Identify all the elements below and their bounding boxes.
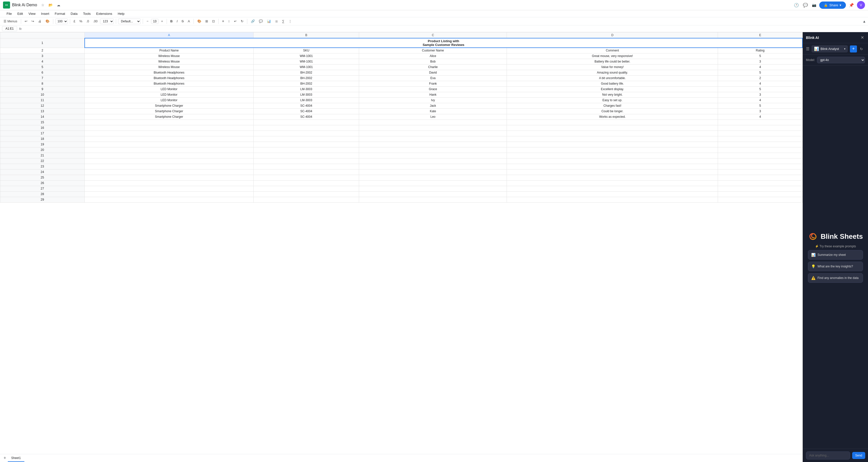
cell-empty[interactable] [718, 120, 802, 125]
cell-sku[interactable]: WM-1001 [254, 64, 359, 70]
cell-empty[interactable] [254, 120, 359, 125]
cloud-save-icon[interactable]: ☁ [56, 2, 61, 8]
cell-empty[interactable] [254, 175, 359, 180]
cell-empty[interactable] [359, 120, 507, 125]
cell-customer[interactable]: Bob [359, 59, 507, 64]
cell-empty[interactable] [507, 153, 718, 158]
bold-btn[interactable]: B [169, 18, 174, 24]
cell-empty[interactable] [85, 120, 254, 125]
history-icon[interactable]: 🕐 [793, 2, 800, 8]
cell-customer[interactable]: Eva [359, 75, 507, 81]
cell-empty[interactable] [254, 142, 359, 147]
cell-comment[interactable]: Great mouse, very responsive! [507, 53, 718, 59]
cell-empty[interactable] [254, 186, 359, 191]
cell-sku[interactable]: BH-2002 [254, 70, 359, 75]
cell-empty[interactable] [718, 180, 802, 186]
cell-empty[interactable] [507, 120, 718, 125]
menu-tools[interactable]: Tools [81, 11, 93, 16]
cell-comment[interactable]: Works as expected. [507, 114, 718, 120]
cell-empty[interactable] [718, 142, 802, 147]
cell-empty[interactable] [85, 158, 254, 164]
spreadsheet-container[interactable]: A B C D E 1 Product Listing with Sample … [0, 32, 803, 454]
cell-empty[interactable] [359, 186, 507, 191]
comment-icon[interactable]: 💬 [802, 2, 809, 8]
cell-empty[interactable] [85, 197, 254, 202]
cell-rating[interactable]: 4 [718, 64, 802, 70]
cell-rating[interactable]: 5 [718, 103, 802, 108]
cell-empty[interactable] [359, 142, 507, 147]
text-color-btn[interactable]: A [186, 18, 191, 24]
align-btn[interactable]: ≡ [221, 18, 226, 24]
cell-product[interactable]: Bluetooth Headphones [85, 75, 254, 81]
cell-empty[interactable] [254, 147, 359, 153]
cell-product[interactable]: Smartphone Charger [85, 103, 254, 108]
cell-customer[interactable]: Alice [359, 53, 507, 59]
cell-rating[interactable]: 3 [718, 108, 802, 114]
cell-comment[interactable]: Easy to set up. [507, 97, 718, 103]
header-sku[interactable]: SKU [254, 48, 359, 53]
cell-product[interactable]: Wireless Mouse [85, 59, 254, 64]
header-customer[interactable]: Customer Name [359, 48, 507, 53]
prompt-btn-insights[interactable]: 💡 What are the key insights? [808, 262, 863, 271]
cell-empty[interactable] [507, 147, 718, 153]
cell-empty[interactable] [85, 125, 254, 131]
menu-view[interactable]: View [26, 11, 38, 16]
model-select[interactable]: gpt-4o gpt-3.5-turbo claude-3 [817, 57, 865, 63]
decimal-increase-btn[interactable]: .00 [91, 18, 99, 24]
cell-empty[interactable] [85, 142, 254, 147]
cell-comment[interactable]: Amazing sound quality. [507, 70, 718, 75]
cell-product[interactable]: Smartphone Charger [85, 114, 254, 120]
cell-empty[interactable] [359, 131, 507, 136]
cell-rating[interactable]: 3 [718, 59, 802, 64]
cell-rating[interactable]: 5 [718, 53, 802, 59]
decimal-decrease-btn[interactable]: .0 [85, 18, 90, 24]
cell-empty[interactable] [85, 136, 254, 142]
redo-btn[interactable]: ↪ [30, 18, 36, 24]
blink-refresh-btn[interactable]: ↻ [858, 45, 865, 53]
font-size-decrease-btn[interactable]: − [145, 18, 150, 24]
cell-empty[interactable] [718, 197, 802, 202]
col-header-e[interactable]: E [718, 32, 802, 38]
cell-empty[interactable] [254, 153, 359, 158]
cell-empty[interactable] [254, 191, 359, 197]
share-button[interactable]: 🔒 Share ▾ [819, 1, 846, 9]
cell-empty[interactable] [718, 175, 802, 180]
star-icon[interactable]: ☆ [40, 2, 45, 8]
cell-empty[interactable] [254, 136, 359, 142]
cell-empty[interactable] [507, 125, 718, 131]
cell-ref-input[interactable] [2, 26, 17, 31]
valign-btn[interactable]: ⫶ [227, 18, 231, 24]
cell-comment[interactable]: Value for money! [507, 64, 718, 70]
col-header-c[interactable]: C [359, 32, 507, 38]
blink-add-btn[interactable]: + [850, 45, 857, 53]
menu-file[interactable]: File [4, 11, 14, 16]
add-sheet-btn[interactable]: + [2, 455, 8, 461]
cell-empty[interactable] [85, 186, 254, 191]
cell-empty[interactable] [718, 125, 802, 131]
cell-sku[interactable]: BH-2002 [254, 81, 359, 87]
cell-sku[interactable]: LM-3003 [254, 87, 359, 92]
cell-comment[interactable]: Battery life could be better. [507, 59, 718, 64]
cell-empty[interactable] [507, 197, 718, 202]
cell-empty[interactable] [254, 125, 359, 131]
cell-rating[interactable]: 5 [718, 70, 802, 75]
print-btn[interactable]: 🖨 [37, 18, 43, 24]
cell-empty[interactable] [359, 158, 507, 164]
cell-empty[interactable] [85, 153, 254, 158]
cell-empty[interactable] [718, 153, 802, 158]
cell-empty[interactable] [359, 136, 507, 142]
cell-empty[interactable] [359, 147, 507, 153]
col-header-a[interactable]: A [85, 32, 254, 38]
cell-empty[interactable] [254, 131, 359, 136]
currency-btn[interactable]: £ [72, 18, 77, 24]
cell-empty[interactable] [85, 169, 254, 175]
cell-customer[interactable]: Frank [359, 81, 507, 87]
more-btn[interactable]: ⋮ [287, 18, 293, 24]
cell-empty[interactable] [718, 131, 802, 136]
merge-btn[interactable]: ⊡ [211, 18, 216, 24]
cell-empty[interactable] [359, 153, 507, 158]
cell-empty[interactable] [507, 131, 718, 136]
col-header-b[interactable]: B [254, 32, 359, 38]
cell-sku[interactable]: WM-1001 [254, 59, 359, 64]
menu-data[interactable]: Data [68, 11, 80, 16]
